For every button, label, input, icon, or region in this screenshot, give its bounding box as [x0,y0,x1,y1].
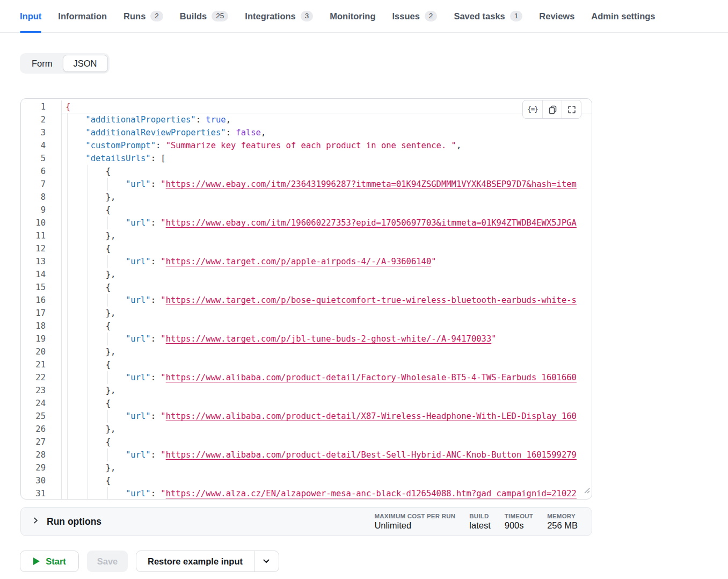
code-line-text: { [61,204,592,216]
stat-value: Unlimited [374,520,455,531]
line-number: 19 [21,332,61,345]
code-line-10[interactable]: 10 "url": "https://www.ebay.com/itm/1960… [21,216,592,229]
tab-information[interactable]: Information [58,0,107,32]
line-number: 31 [21,487,61,500]
code-line-15[interactable]: 15 { [21,281,592,294]
code-line-text: { [61,474,592,487]
code-line-25[interactable]: 25 "url": "https://www.alibaba.com/produ… [21,410,592,423]
code-line-text: "url": "https://www.alibaba.com/product-… [61,410,592,423]
code-line-23[interactable]: 23 }, [21,384,592,397]
stat-memory: MEMORY256 MB [547,513,578,531]
code-line-14[interactable]: 14 }, [21,268,592,281]
run-options-stats: MAXIMUM COST PER RUNUnlimitedBUILDlatest… [374,513,578,531]
save-button-label: Save [97,556,118,567]
tab-saved-tasks[interactable]: Saved tasks1 [454,0,522,32]
code-line-1[interactable]: 1{ [21,100,592,113]
start-button[interactable]: Start [20,551,79,572]
code-line-13[interactable]: 13 "url": "https://www.target.com/p/appl… [21,255,592,268]
fullscreen-icon[interactable] [562,100,581,118]
code-line-22[interactable]: 22 "url": "https://www.alibaba.com/produ… [21,371,592,384]
chevron-right-icon [31,516,40,527]
restore-dropdown-toggle[interactable] [254,551,279,571]
code-line-16[interactable]: 16 "url": "https://www.target.com/p/bose… [21,294,592,307]
code-line-text: }, [61,461,592,474]
tab-label: Input [20,11,41,21]
code-line-29[interactable]: 29 }, [21,461,592,474]
save-button[interactable]: Save [87,551,128,572]
code-line-text: { [61,100,592,113]
code-line-text: "customPrompt": "Summarize key features … [61,139,592,152]
tab-admin-settings[interactable]: Admin settings [591,0,655,32]
code-line-text: "url": "https://www.alza.cz/EN/alzapower… [61,487,592,500]
line-number: 3 [21,126,61,139]
code-line-21[interactable]: 21 { [21,358,592,371]
code-line-text: "url": "https://www.ebay.com/itm/1960602… [61,216,592,229]
code-editor[interactable]: 1{2 "additionalProperties": true,3 "addi… [20,98,592,500]
tab-integrations[interactable]: Integrations3 [245,0,313,32]
code-line-31[interactable]: 31 "url": "https://www.alza.cz/EN/alzapo… [21,487,592,500]
tab-issues[interactable]: Issues2 [392,0,437,32]
code-line-19[interactable]: 19 "url": "https://www.target.com/p/jbl-… [21,332,592,345]
code-line-text: }, [61,307,592,320]
tab-reviews[interactable]: Reviews [539,0,574,32]
code-line-5[interactable]: 5 "detailsUrls": [ [21,152,592,165]
line-number: 30 [21,474,61,487]
line-number: 26 [21,423,61,436]
line-number: 6 [21,165,61,178]
tab-label: Integrations [245,11,295,21]
input-mode-json[interactable]: JSON [63,55,108,72]
code-line-30[interactable]: 30 { [21,474,592,487]
line-number: 2 [21,113,61,126]
code-line-7[interactable]: 7 "url": "https://www.ebay.com/itm/23643… [21,178,592,191]
code-line-9[interactable]: 9 { [21,204,592,216]
code-line-17[interactable]: 17 }, [21,307,592,320]
code-line-4[interactable]: 4 "customPrompt": "Summarize key feature… [21,139,592,152]
line-number: 21 [21,358,61,371]
code-line-2[interactable]: 2 "additionalProperties": true, [21,113,592,126]
format-json-icon[interactable]: {≡} [523,100,542,118]
code-line-8[interactable]: 8 }, [21,191,592,204]
line-number: 12 [21,242,61,255]
restore-example-input-button[interactable]: Restore example input [136,551,279,572]
tab-count-badge: 2 [425,11,438,21]
line-number: 7 [21,178,61,191]
code-line-20[interactable]: 20 }, [21,345,592,358]
line-number: 1 [21,100,61,113]
code-line-26[interactable]: 26 }, [21,423,592,436]
tab-label: Builds [180,11,207,21]
line-number: 11 [21,229,61,242]
tab-runs[interactable]: Runs2 [123,0,163,32]
line-number: 13 [21,255,61,268]
input-mode-form[interactable]: Form [21,55,63,72]
code-line-6[interactable]: 6 { [21,165,592,178]
top-tab-bar: InputInformationRuns2Builds25Integration… [0,0,728,33]
code-line-text: "url": "https://www.target.com/p/jbl-tun… [61,332,592,345]
line-number: 24 [21,397,61,410]
code-line-text: }, [61,384,592,397]
tab-count-badge: 25 [212,11,228,21]
editor-resize-handle[interactable] [583,484,590,497]
tab-label: Information [58,11,107,21]
code-line-27[interactable]: 27 { [21,436,592,448]
run-options-expander[interactable]: Run options [31,516,101,527]
tab-builds[interactable]: Builds25 [180,0,228,32]
code-line-18[interactable]: 18 { [21,320,592,332]
code-line-24[interactable]: 24 { [21,397,592,410]
code-line-11[interactable]: 11 }, [21,229,592,242]
code-line-text: { [61,281,592,294]
stat-timeout: TIMEOUT900s [505,513,533,531]
code-line-12[interactable]: 12 { [21,242,592,255]
stat-label: BUILD [469,513,490,519]
code-line-text: }, [61,423,592,436]
code-line-28[interactable]: 28 "url": "https://www.alibaba.com/produ… [21,448,592,461]
tab-count-badge: 2 [150,11,163,21]
code-line-text: }, [61,268,592,281]
stat-value: 256 MB [547,520,578,531]
tab-input[interactable]: Input [20,0,41,32]
line-number: 18 [21,320,61,332]
tab-monitoring[interactable]: Monitoring [330,0,375,32]
code-line-text: "url": "https://www.alibaba.com/product-… [61,448,592,461]
code-line-3[interactable]: 3 "additionalReviewProperties": false, [21,126,592,139]
stat-label: MAXIMUM COST PER RUN [374,513,455,519]
copy-icon[interactable] [542,100,562,118]
